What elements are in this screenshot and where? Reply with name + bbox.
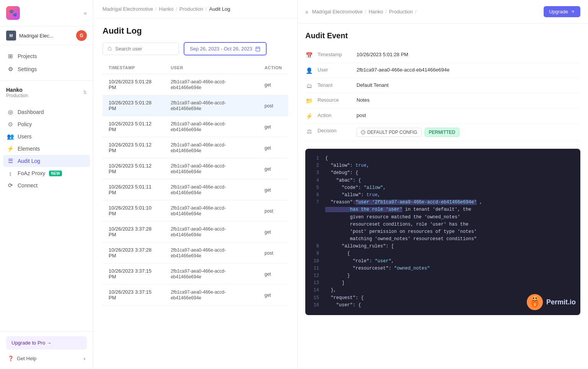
table-row[interactable]: 10/26/2023 3:37:15 PM 2fb1ca97-aea0-466e…: [103, 263, 288, 284]
sidebar-item-connect[interactable]: ⟳ Connect: [3, 179, 90, 192]
top-nav: ⊞ Projects ⚙ Settings: [0, 45, 93, 80]
table-row[interactable]: 10/26/2023 5:01:11 PM 2fb1ca97-aea0-466e…: [103, 179, 288, 200]
field-decision: ⚖ Decision DEFAULT PDP CONFIG PERMITTED: [305, 124, 580, 141]
audit-table-container: TIMESTAMP USER ACTION 10/26/2023 5:01:28…: [103, 62, 288, 369]
permit-logo-icon: [526, 294, 543, 310]
projects-label: Projects: [18, 53, 37, 59]
tenant-field-icon: 🗂: [305, 83, 313, 89]
cell-action: get: [259, 263, 288, 284]
cell-timestamp: 10/26/2023 5:01:11 PM: [103, 179, 165, 200]
table-row[interactable]: 10/26/2023 5:01:28 PM 2fb1ca97-aea0-466e…: [103, 95, 288, 116]
user-field-icon: 👤: [305, 67, 313, 74]
cell-action: get: [259, 137, 288, 158]
sidebar-item-settings[interactable]: ⚙ Settings: [3, 63, 90, 76]
search-icon: [108, 46, 112, 52]
table-row[interactable]: 10/26/2023 3:37:28 PM 2fb1ca97-aea0-466e…: [103, 242, 288, 263]
cell-user: 2fb1ca97-aea0-466e-accd-eb41466e694e: [165, 221, 258, 242]
decision-field-icon: ⚖: [305, 128, 313, 135]
upgrade-to-pro-button[interactable]: Upgrade to Pro →: [6, 336, 87, 349]
breadcrumb-env[interactable]: Production: [179, 6, 203, 12]
workspace-switch-icon[interactable]: ⇅: [83, 90, 87, 95]
col-timestamp: TIMESTAMP: [103, 62, 165, 74]
event-fields: 📅 Timestamp 10/26/2023 5:01:28 PM 👤 User…: [305, 48, 580, 141]
workspace-name: Hanko: [6, 87, 28, 93]
table-row[interactable]: 10/26/2023 5:01:12 PM 2fb1ca97-aea0-466e…: [103, 158, 288, 179]
collapse-button[interactable]: «: [84, 10, 87, 16]
cell-action: post: [259, 200, 288, 221]
field-resource: 📁 Resource Notes: [305, 93, 580, 109]
breadcrumb-org[interactable]: Madrigal Electromotive: [103, 6, 153, 12]
sidebar-item-projects[interactable]: ⊞ Projects: [3, 50, 90, 63]
connect-icon: ⟳: [7, 182, 14, 189]
breadcrumb-workspace[interactable]: Hanko: [159, 6, 174, 12]
audit-log-label: Audit Log: [18, 158, 40, 164]
breadcrumb-current: Audit Log: [209, 6, 230, 12]
table-row[interactable]: 10/26/2023 5:01:12 PM 2fb1ca97-aea0-466e…: [103, 137, 288, 158]
table-row[interactable]: 10/26/2023 3:37:15 PM 2fb1ca97-aea0-466e…: [103, 284, 288, 306]
permit-watermark: Permit.io: [526, 294, 576, 310]
breadcrumb: Madrigal Electromotive / Hanko / Product…: [93, 0, 297, 18]
cell-user: 2fb1ca97-aea0-466e-accd-eb41466e694e: [165, 158, 258, 179]
cell-timestamp: 10/26/2023 3:37:28 PM: [103, 242, 165, 263]
user-avatar[interactable]: G: [76, 30, 87, 41]
sidebar-item-foaz-proxy[interactable]: ↕ FoAz Proxy NEW: [3, 167, 90, 179]
right-bc-org[interactable]: Madrigal Electromotive: [312, 9, 363, 15]
calendar-field-icon: 📅: [305, 52, 313, 59]
user-value: 2fb1ca97-aea0-466e-accd-eb41466e694e: [357, 67, 580, 73]
cell-user: 2fb1ca97-aea0-466e-accd-eb41466e694e: [165, 200, 258, 221]
table-row[interactable]: 10/26/2023 5:01:10 PM 2fb1ca97-aea0-466e…: [103, 200, 288, 221]
sidebar-item-dashboard[interactable]: ◎ Dashboard: [3, 106, 90, 118]
get-help-item[interactable]: ❓ Get Help ›: [6, 353, 87, 364]
cell-action: get: [259, 74, 288, 95]
cell-user: 2fb1ca97-aea0-466e-accd-eb41466e694e: [165, 263, 258, 284]
cell-action: post: [259, 95, 288, 116]
workspace-info: Hanko Production: [6, 87, 28, 98]
search-input[interactable]: [115, 46, 174, 52]
table-row[interactable]: 10/26/2023 5:01:12 PM 2fb1ca97-aea0-466e…: [103, 116, 288, 137]
help-icon: ❓: [8, 356, 14, 361]
pdp-badge[interactable]: DEFAULT PDP CONFIG: [357, 128, 422, 137]
sidebar-item-policy[interactable]: ⊙ Policy: [3, 118, 90, 130]
elements-icon: ⚡: [7, 145, 14, 152]
table-row[interactable]: 10/26/2023 5:01:28 PM 2fb1ca97-aea0-466e…: [103, 74, 288, 95]
policy-icon: ⊙: [7, 121, 14, 128]
breadcrumb-sep-3: /: [205, 6, 207, 12]
cell-timestamp: 10/26/2023 5:01:12 PM: [103, 137, 165, 158]
workspace-env: Production: [6, 93, 28, 98]
search-box[interactable]: [103, 42, 179, 55]
pdp-icon: [361, 130, 365, 135]
cell-user: 2fb1ca97-aea0-466e-accd-eb41466e694e: [165, 95, 258, 116]
resource-value: Notes: [357, 97, 580, 103]
table-row[interactable]: 10/26/2023 3:37:28 PM 2fb1ca97-aea0-466e…: [103, 221, 288, 242]
projects-icon: ⊞: [7, 53, 14, 60]
dashboard-label: Dashboard: [18, 109, 44, 115]
cell-action: get: [259, 284, 288, 306]
upgrade-button[interactable]: Upgrade: [544, 6, 580, 17]
sidebar-item-elements[interactable]: ⚡ Elements: [3, 143, 90, 155]
action-field-icon: ⚡: [305, 113, 313, 120]
breadcrumb-sep-1: /: [155, 6, 157, 12]
cell-timestamp: 10/26/2023 5:01:10 PM: [103, 200, 165, 221]
svg-rect-1: [256, 47, 260, 51]
policy-label: Policy: [18, 121, 32, 127]
cell-user: 2fb1ca97-aea0-466e-accd-eb41466e694e: [165, 74, 258, 95]
action-value: post: [357, 112, 580, 118]
decision-badges: DEFAULT PDP CONFIG PERMITTED: [357, 128, 459, 137]
right-bc-env[interactable]: Production: [389, 9, 413, 15]
breadcrumb-sep-2: /: [176, 6, 177, 12]
cell-user: 2fb1ca97-aea0-466e-accd-eb41466e694e: [165, 284, 258, 306]
users-icon: 👥: [7, 133, 14, 140]
tenant-value: Default Tenant: [357, 82, 580, 88]
field-tenant: 🗂 Tenant Default Tenant: [305, 78, 580, 93]
audit-table: TIMESTAMP USER ACTION 10/26/2023 5:01:28…: [103, 62, 288, 306]
sidebar-item-users[interactable]: 👥 Users: [3, 130, 90, 143]
date-range-picker[interactable]: Sep 26, 2023 - Oct 26, 2023: [184, 42, 267, 55]
permit-text: Permit.io: [546, 297, 576, 308]
cell-timestamp: 10/26/2023 5:01:28 PM: [103, 74, 165, 95]
right-bc-workspace[interactable]: Hanko: [369, 9, 383, 15]
timestamp-value: 10/26/2023 5:01:28 PM: [357, 52, 580, 57]
resource-label: Resource: [318, 97, 352, 103]
sidebar-item-audit-log[interactable]: ☰ Audit Log: [3, 155, 90, 167]
workspace-header[interactable]: Hanko Production ⇅: [6, 84, 87, 101]
page-title: Audit Log: [103, 26, 288, 36]
